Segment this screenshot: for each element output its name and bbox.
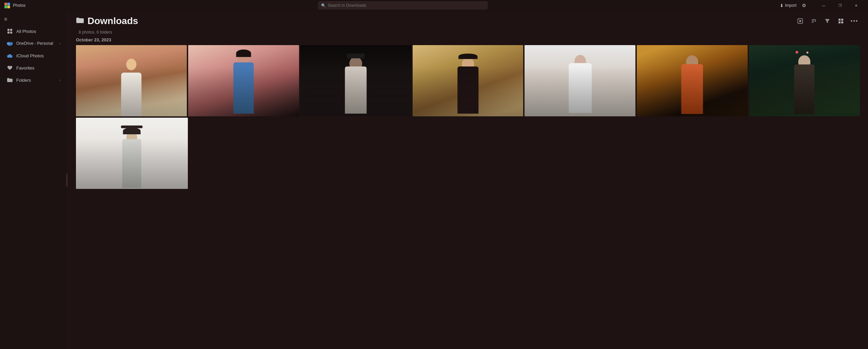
date-group-label: October 23, 2023 [68,35,868,45]
sidebar-item-favorites[interactable]: Favorites [2,62,65,74]
app-logo [4,2,10,8]
page-title: Downloads [87,16,138,26]
svg-rect-1 [7,3,10,5]
content-title-area: Downloads [76,16,138,26]
folders-icon [7,77,13,83]
sidebar-item-onedrive[interactable]: OneDrive - Personal › [2,38,65,49]
minimize-button[interactable]: — [816,0,831,11]
sidebar: ≡ All Photos OneDrive - P [0,11,68,349]
svg-rect-2 [4,6,7,8]
folder-icon [76,17,84,25]
svg-rect-0 [4,3,7,5]
photo-row-2 [76,118,860,189]
close-icon: ✕ [855,4,857,7]
restore-button[interactable]: ❐ [832,0,848,11]
photo-item-2[interactable] [188,45,299,116]
photo-overlay-7 [749,66,860,116]
sidebar-item-label: Folders [16,78,31,83]
hamburger-menu-button[interactable]: ≡ [0,14,67,25]
heart-icon [7,65,13,71]
svg-rect-5 [10,29,12,31]
filter-button[interactable] [822,16,833,26]
hamburger-icon: ≡ [4,16,7,22]
ellipsis-icon: ••• [851,18,859,24]
svg-rect-14 [8,56,12,58]
photo-overlay-3 [300,66,411,116]
content-header: Downloads [68,11,868,29]
sidebar-item-icloud[interactable]: iCloud Photos [2,50,65,61]
photo-overlay-6 [637,66,748,116]
app-body: ≡ All Photos OneDrive - P [0,11,868,349]
titlebar-left: Photos [4,2,25,8]
chevron-down-icon: › [60,42,61,45]
more-button[interactable]: ••• [849,16,860,26]
photo-overlay [76,66,187,116]
titlebar-right: ⬇ Import ⚙ — ❐ ✕ [780,0,864,11]
onedrive-icon [7,40,13,46]
sidebar-item-folders[interactable]: Folders › [2,74,65,86]
sidebar-item-all-photos[interactable]: All Photos [2,25,65,37]
svg-marker-20 [825,19,830,23]
app-title-label: Photos [13,3,25,8]
photo-count-subtitle: 8 photos, 6 folders [68,30,868,35]
svg-marker-16 [800,20,802,22]
import-button[interactable]: ⬇ Import [780,3,796,8]
sidebar-item-label: All Photos [16,29,36,34]
photo-item-3[interactable] [300,45,411,116]
empty-grid-space [189,118,860,189]
photo-item-8[interactable] [76,118,188,189]
sidebar-item-label: OneDrive - Personal [16,41,53,46]
restore-icon: ❐ [839,4,842,7]
settings-button[interactable]: ⚙ [802,3,806,8]
photo-item-4[interactable] [413,45,524,116]
photo-overlay-8 [76,139,188,189]
search-icon: 🔍 [321,3,326,8]
minimize-icon: — [822,4,825,7]
svg-point-10 [9,42,13,45]
svg-rect-3 [7,6,10,8]
sort-button[interactable] [808,16,819,26]
view-button[interactable] [835,16,846,26]
photo-item-1[interactable] [76,45,187,116]
sidebar-item-label: iCloud Photos [16,53,44,58]
header-actions: ••• [795,16,860,26]
photo-overlay-2 [188,66,299,116]
photos-grid [68,45,868,349]
import-label: Import [785,3,796,8]
search-input[interactable] [328,3,485,8]
photo-row-1 [76,45,860,116]
svg-rect-6 [7,32,9,34]
icloud-icon [7,53,13,59]
svg-rect-21 [839,19,841,21]
photo-item-6[interactable] [637,45,748,116]
settings-icon: ⚙ [802,3,806,8]
window-controls: — ❐ ✕ [816,0,864,11]
sidebar-resize-handle[interactable] [66,173,67,187]
svg-rect-22 [841,19,843,21]
svg-rect-7 [10,32,12,34]
main-content: Downloads [68,11,868,349]
slideshow-button[interactable] [795,16,806,26]
photo-item-5[interactable] [525,45,635,116]
all-photos-icon [7,28,13,34]
svg-rect-23 [839,21,841,23]
photo-overlay-5 [525,66,635,116]
photo-overlay-4 [413,66,524,116]
svg-rect-24 [841,21,843,23]
titlebar-center: 🔍 [25,1,780,9]
sidebar-item-label: Favorites [16,65,34,71]
photo-item-7[interactable] [749,45,860,116]
search-bar[interactable]: 🔍 [318,1,488,9]
chevron-down-icon-folders: › [60,78,61,82]
import-icon: ⬇ [780,3,784,8]
titlebar: Photos 🔍 ⬇ Import ⚙ — ❐ ✕ [0,0,868,11]
svg-rect-4 [7,29,9,31]
close-button[interactable]: ✕ [848,0,864,11]
